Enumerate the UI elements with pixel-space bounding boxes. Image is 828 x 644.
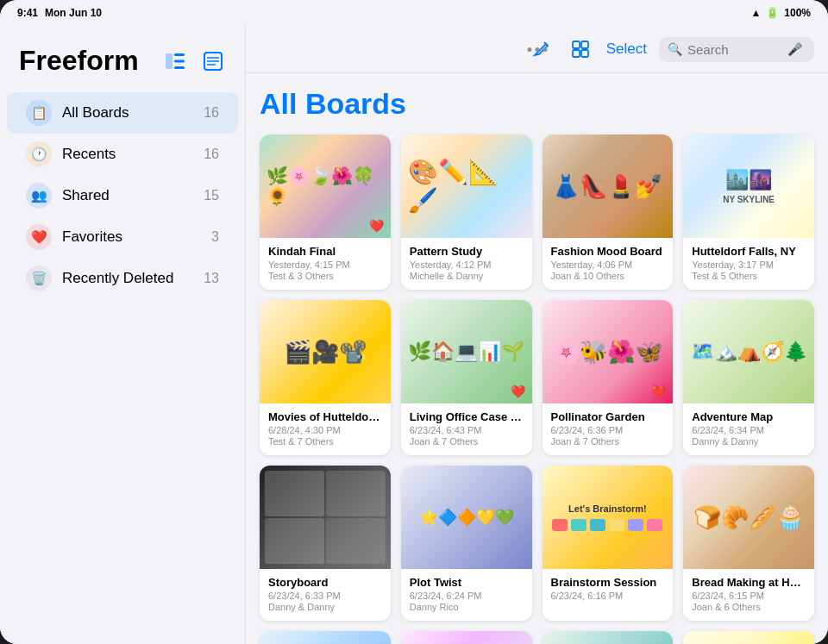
board-date-kindah-final: Yesterday, 4:15 PM <box>268 259 382 270</box>
board-thumbnail-living-office: 🌿🏠💻📊🌱 ❤️ <box>401 300 532 403</box>
nav-count-favorites: 3 <box>211 229 219 245</box>
nav-count-recently-deleted: 13 <box>204 271 219 286</box>
board-thumbnail-adventure-map: 🗺️🏔️⛺🧭🌲 <box>683 300 814 403</box>
status-bar-left: 9:41 Mon Jun 10 <box>17 7 102 19</box>
board-collaborators-living-office: Joan & 7 Others <box>410 436 524 447</box>
board-date-movies-hutteldorf: 6/28/24, 4:30 PM <box>268 425 382 435</box>
sidebar-header-icons <box>162 48 226 74</box>
board-card-living-office[interactable]: 🌿🏠💻📊🌱 ❤️ Living Office Case Study 6/23/2… <box>401 300 532 455</box>
svg-rect-9 <box>581 41 588 48</box>
board-card-pattern-study[interactable]: 🎨✏️📐🖌️ Pattern Study Yesterday, 4:12 PM … <box>401 134 532 290</box>
grid-view-icon[interactable] <box>567 35 594 63</box>
select-button[interactable]: Select <box>606 41 647 58</box>
sidebar-item-shared[interactable]: 👥 Shared 15 <box>7 175 238 216</box>
board-card-plot-twist[interactable]: ⭐🔷🔶💛💚 Plot Twist 6/23/24, 6:24 PM Danny … <box>401 466 532 621</box>
sidebar-item-recents[interactable]: 🕐 Recents 16 <box>7 134 238 175</box>
board-collaborators-pollinator-garden: Joan & 7 Others <box>551 436 665 447</box>
board-collaborators-kindah-final: Test & 3 Others <box>268 271 382 281</box>
board-thumbnail-hutteldorf-falls: 🏙️🌆NY SKYLINE <box>683 134 814 238</box>
board-collaborators-adventure-map: Danny & Danny <box>692 436 806 447</box>
sidebar-item-recently-deleted[interactable]: 🗑️ Recently Deleted 13 <box>7 258 238 299</box>
board-date-adventure-map: 6/23/24, 6:34 PM <box>692 425 806 435</box>
board-collaborators-plot-twist: Danny Rico <box>410 602 524 612</box>
microphone-icon[interactable]: 🎤 <box>787 42 802 56</box>
board-card-bottom1[interactable]: 🔵🔗📌 <box>260 631 391 644</box>
new-board-icon[interactable] <box>200 48 226 74</box>
board-thumbnail-kindah-final: 🌿🌸🍃🌺🍀🌻 ❤️ <box>260 134 391 238</box>
board-name-living-office: Living Office Case Study <box>410 410 524 423</box>
nav-icon-recents: 🕐 <box>26 141 52 167</box>
board-date-bread-making: 6/23/24, 6:15 PM <box>692 591 806 601</box>
board-name-bread-making: Bread Making at Home <box>692 576 806 589</box>
board-collaborators-storyboard: Danny & Danny <box>268 602 382 612</box>
board-thumbnail-bread-making: 🍞🥐🥖🧁 <box>683 466 814 569</box>
board-card-storyboard[interactable]: Storyboard 6/23/24, 6:33 PM Danny & Dann… <box>260 466 391 621</box>
search-input[interactable] <box>687 42 782 57</box>
wifi-icon: ▲ <box>750 7 761 19</box>
board-date-brainstorm-session: 6/23/24, 6:16 PM <box>551 591 665 601</box>
board-card-fashion-mood-board[interactable]: 👗👠💄💅 Fashion Mood Board Yesterday, 4:06 … <box>543 134 674 290</box>
board-card-bread-making[interactable]: 🍞🥐🥖🧁 Bread Making at Home 6/23/24, 6:15 … <box>683 466 814 621</box>
board-thumbnail-pattern-study: 🎨✏️📐🖌️ <box>401 134 532 238</box>
board-card-kindah-final[interactable]: 🌿🌸🍃🌺🍀🌻 ❤️ Kindah Final Yesterday, 4:15 P… <box>260 134 391 290</box>
nav-count-shared: 15 <box>204 188 219 203</box>
nav-icon-all-boards: 📋 <box>26 100 52 126</box>
sidebar-item-all-boards[interactable]: 📋 All Boards 16 <box>7 92 238 134</box>
sidebar-header: Freeform <box>0 36 245 92</box>
board-name-plot-twist: Plot Twist <box>410 576 524 589</box>
board-card-bottom3[interactable]: 🌊🐢🌿 <box>543 631 674 644</box>
board-date-living-office: 6/23/24, 6:43 PM <box>410 425 524 435</box>
board-thumbnail-brainstorm-session: Let's Brainstorm! <box>543 466 674 569</box>
nav-label-recently-deleted: Recently Deleted <box>62 270 204 287</box>
board-thumbnail-plot-twist: ⭐🔷🔶💛💚 <box>401 466 532 569</box>
nav-icon-recently-deleted: 🗑️ <box>26 266 52 291</box>
board-card-movies-hutteldorf[interactable]: 🎬🎥📽️ Movies of Hutteldorf Fa... 6/28/24,… <box>260 300 391 455</box>
board-thumbnail-pollinator-garden: 🌸🐝🌺🦋 ❤️ <box>543 300 674 403</box>
nav-items: 📋 All Boards 16 🕐 Recents 16 👥 Shared 15… <box>0 92 245 299</box>
board-date-storyboard: 6/23/24, 6:33 PM <box>268 591 382 601</box>
board-info-hutteldorf-falls: Hutteldorf Falls, NY Yesterday, 3:17 PM … <box>683 238 814 290</box>
board-thumbnail-fashion-mood-board: 👗👠💄💅 <box>543 134 674 238</box>
board-collaborators-bread-making: Joan & 6 Others <box>692 602 806 612</box>
sidebar-item-favorites[interactable]: ❤️ Favorites 3 <box>7 216 238 258</box>
nav-icon-shared: 👥 <box>26 183 52 209</box>
board-name-adventure-map: Adventure Map <box>692 410 806 423</box>
app-title: Freeform <box>19 45 139 77</box>
device-frame: 9:41 Mon Jun 10 ▲ 🔋 100% Freeform <box>0 0 828 644</box>
board-info-pollinator-garden: Pollinator Garden 6/23/24, 6:36 PM Joan … <box>543 403 674 455</box>
svg-rect-3 <box>174 66 185 69</box>
board-thumbnail-bottom3: 🌊🐢🌿 <box>543 631 674 644</box>
svg-rect-0 <box>166 53 172 69</box>
board-info-pattern-study: Pattern Study Yesterday, 4:12 PM Michell… <box>401 238 532 290</box>
board-name-brainstorm-session: Brainstorm Session <box>551 576 665 589</box>
sidebar-toggle-icon[interactable] <box>162 48 188 74</box>
board-thumbnail-bottom4: 📰📋🗒️ <box>683 631 814 644</box>
nav-count-recents: 16 <box>204 147 219 162</box>
board-card-bottom2[interactable]: 🌈🎭🎨 <box>401 631 532 644</box>
board-card-hutteldorf-falls[interactable]: 🏙️🌆NY SKYLINE Hutteldorf Falls, NY Yeste… <box>683 134 814 290</box>
board-card-adventure-map[interactable]: 🗺️🏔️⛺🧭🌲 Adventure Map 6/23/24, 6:34 PM D… <box>683 300 814 455</box>
board-card-brainstorm-session[interactable]: Let's Brainstorm! Brainstorm Session 6/2… <box>543 466 674 621</box>
board-collaborators-pattern-study: Michelle & Danny <box>410 271 524 281</box>
svg-rect-8 <box>573 41 580 48</box>
battery-icon: 🔋 <box>766 7 779 19</box>
board-thumbnail-storyboard <box>260 466 391 569</box>
nav-count-all-boards: 16 <box>204 105 219 121</box>
nav-label-all-boards: All Boards <box>62 104 204 122</box>
board-thumbnail-bottom1: 🔵🔗📌 <box>260 631 391 644</box>
board-info-plot-twist: Plot Twist 6/23/24, 6:24 PM Danny Rico <box>401 569 532 621</box>
board-info-kindah-final: Kindah Final Yesterday, 4:15 PM Test & 3… <box>260 238 391 290</box>
board-name-fashion-mood-board: Fashion Mood Board <box>551 245 665 258</box>
board-card-pollinator-garden[interactable]: 🌸🐝🌺🦋 ❤️ Pollinator Garden 6/23/24, 6:36 … <box>543 300 674 455</box>
search-bar[interactable]: 🔍 🎤 <box>659 37 814 62</box>
board-collaborators-hutteldorf-falls: Test & 5 Others <box>692 271 806 281</box>
board-collaborators-fashion-mood-board: Joan & 10 Others <box>551 271 665 281</box>
toolbar-dots <box>527 47 547 52</box>
board-name-pollinator-garden: Pollinator Garden <box>551 410 665 423</box>
board-name-hutteldorf-falls: Hutteldorf Falls, NY <box>692 245 806 258</box>
svg-rect-10 <box>573 50 580 57</box>
board-card-bottom4[interactable]: 📰📋🗒️ <box>683 631 814 644</box>
board-date-fashion-mood-board: Yesterday, 4:06 PM <box>551 259 665 270</box>
toolbar-dot <box>543 47 547 52</box>
toolbar-dot <box>535 47 539 52</box>
